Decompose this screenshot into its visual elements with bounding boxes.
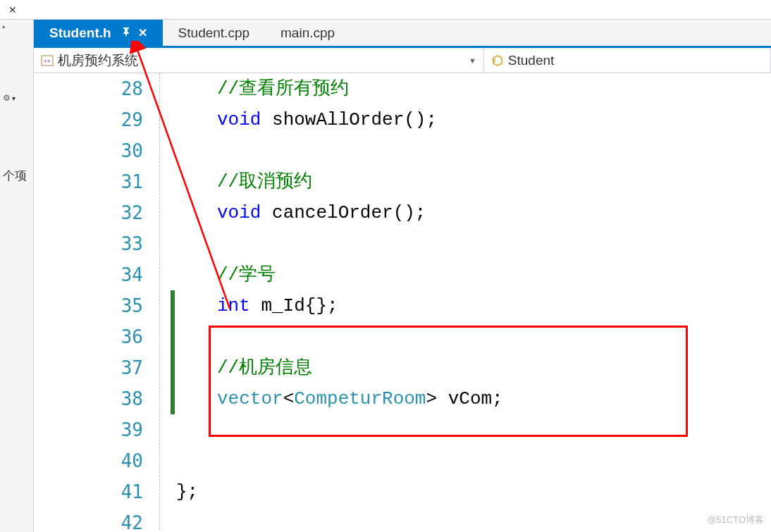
tab-main-cpp[interactable]: main.cpp — [265, 20, 350, 46]
tab-label: Student.h — [49, 25, 111, 41]
code-line — [176, 445, 771, 476]
line-number: 28 — [34, 73, 143, 104]
line-number: 39 — [34, 414, 143, 445]
expand-icon[interactable]: ‣ — [1, 23, 32, 32]
fold-strip — [154, 73, 169, 530]
close-icon[interactable]: ✕ — [138, 26, 147, 39]
line-number: 38 — [34, 383, 143, 414]
code-line: void cancelOrder(); — [176, 197, 771, 228]
code-line — [176, 414, 771, 445]
tab-bar: Student.h ✕ Student.cpp main.cpp — [34, 20, 771, 48]
breadcrumb-bar: ++ 机房预约系统 ▼ Student — [34, 48, 771, 73]
code-line — [176, 507, 771, 532]
class-icon — [491, 55, 504, 66]
code-line: void showAllOrder(); — [176, 104, 771, 135]
breadcrumb-symbol-label: Student — [508, 53, 555, 68]
tab-student-h[interactable]: Student.h ✕ — [34, 20, 163, 46]
line-number: 29 — [34, 104, 143, 135]
line-number: 33 — [34, 228, 143, 259]
panel-close-icon[interactable]: ✕ — [8, 4, 17, 16]
line-number: 34 — [34, 259, 143, 290]
line-number: 42 — [34, 507, 143, 532]
line-number: 40 — [34, 445, 143, 476]
dropdown-icon[interactable]: ▾ — [12, 94, 16, 102]
svg-text:++: ++ — [44, 57, 51, 64]
tab-label: Student.cpp — [178, 25, 249, 41]
gear-icon[interactable]: ⚙ — [3, 93, 11, 103]
code-line — [176, 135, 771, 166]
side-panel-item[interactable]: 个项 — [1, 166, 32, 185]
code-line: //机房信息 — [176, 352, 771, 383]
pin-icon[interactable] — [121, 27, 131, 39]
change-indicator-strip — [169, 73, 176, 530]
line-number: 41 — [34, 476, 143, 507]
code-line: //取消预约 — [176, 166, 771, 197]
change-marker — [171, 290, 175, 414]
left-side-panel: ‣ ⚙ ▾ 个项 — [0, 20, 34, 532]
code-line: int m_Id{}; — [176, 290, 771, 321]
tab-label: main.cpp — [280, 25, 335, 41]
line-number: 35 — [34, 290, 143, 321]
code-line: vector<CompeturRoom> vCom; — [176, 383, 771, 414]
line-number: 30 — [34, 135, 143, 166]
code-line: //查看所有预约 — [176, 73, 771, 104]
project-icon: ++ — [41, 55, 54, 66]
editor-main-area: Student.h ✕ Student.cpp main.cpp ++ 机房预约… — [34, 20, 771, 532]
line-number: 36 — [34, 321, 143, 352]
chevron-down-icon[interactable]: ▼ — [469, 56, 476, 65]
tab-student-cpp[interactable]: Student.cpp — [163, 20, 265, 46]
watermark: @51CTO博客 — [707, 514, 764, 526]
code-area[interactable]: //查看所有预约void showAllOrder();//取消预约void c… — [176, 73, 771, 530]
code-line: //学号 — [176, 259, 771, 290]
code-line — [176, 228, 771, 259]
top-toolbar: ✕ — [0, 0, 771, 20]
breadcrumb-symbol[interactable]: Student — [484, 48, 771, 73]
breadcrumb-project[interactable]: ++ 机房预约系统 ▼ — [34, 48, 484, 73]
code-line — [176, 321, 771, 352]
side-panel-item-label: 个项 — [3, 169, 27, 183]
breadcrumb-project-label: 机房预约系统 — [58, 51, 138, 70]
code-line: }; — [176, 476, 771, 507]
line-number-gutter: 282930313233343536373839404142 — [34, 73, 154, 530]
line-number: 32 — [34, 197, 143, 228]
line-number: 31 — [34, 166, 143, 197]
code-editor[interactable]: 282930313233343536373839404142 //查看所有预约v… — [34, 73, 771, 530]
line-number: 37 — [34, 352, 143, 383]
